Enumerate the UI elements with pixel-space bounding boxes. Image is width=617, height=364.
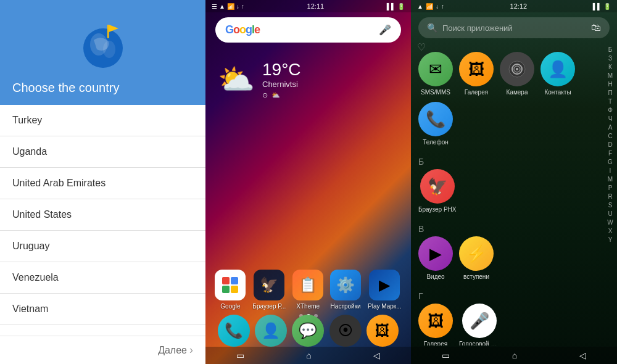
drawer-app-browser[interactable]: 🦅 Браузер PHX: [418, 169, 457, 213]
alpha-m[interactable]: М: [608, 72, 613, 80]
alpha-b[interactable]: Б: [608, 46, 613, 54]
alpha-s[interactable]: S: [608, 201, 613, 209]
alpha-t[interactable]: Т: [608, 97, 612, 105]
app-google[interactable]: Google: [215, 270, 246, 310]
dock-phone[interactable]: 📞: [218, 315, 250, 347]
home-apps-grid: Google 🦅 Браузер Р... 📋 XTheme ⚙️ Настро…: [205, 270, 411, 315]
drawer-app-phone[interactable]: 📞 Телефон: [418, 102, 453, 146]
country-item[interactable]: Yemen: [0, 325, 205, 336]
drawer-nav-square[interactable]: ▭: [442, 350, 450, 360]
country-item[interactable]: United Arab Emirates: [0, 168, 205, 199]
weather-temperature: 19°C: [262, 60, 301, 80]
drawer-row-b: 🦅 Браузер PHX: [418, 169, 603, 213]
microphone-icon[interactable]: 🎤: [379, 24, 391, 36]
alpha-z[interactable]: З: [608, 54, 612, 62]
gallery-label: Галерея: [465, 89, 488, 96]
alpha-a[interactable]: А: [608, 123, 613, 131]
google-logo: Google: [225, 23, 260, 36]
drawer-dl-icon: ↓: [436, 3, 439, 10]
dock-sms[interactable]: 💬: [292, 315, 324, 347]
alpha-n[interactable]: Н: [608, 80, 612, 88]
download-icon: ↓: [236, 3, 239, 10]
google-app-icon: [215, 270, 246, 300]
drawer-app-camera[interactable]: Камера: [500, 52, 534, 96]
country-item[interactable]: Uganda: [0, 136, 205, 168]
nav-back-btn[interactable]: ◁: [373, 350, 380, 360]
alpha-x[interactable]: X: [608, 227, 613, 235]
alpha-f2[interactable]: F: [608, 149, 612, 157]
drawer-search-bar[interactable]: 🔍 Поиск приложений 🛍: [418, 17, 610, 38]
nav-square-btn[interactable]: ▭: [236, 350, 244, 360]
alpha-f[interactable]: Ф: [608, 106, 613, 114]
alpha-r[interactable]: R: [608, 192, 612, 201]
drawer-row-v: ▶ Видео ⚡ вступени: [418, 236, 603, 280]
alpha-i[interactable]: I: [610, 167, 611, 175]
google-search-bar[interactable]: Google 🎤: [215, 17, 401, 43]
alpha-u[interactable]: U: [608, 210, 612, 218]
weather-extra-icon2: ⛅: [271, 91, 280, 99]
country-item[interactable]: Vietnam: [0, 294, 205, 325]
app-playstore[interactable]: ▶ Play Марк...: [368, 270, 402, 310]
phone-icon: 📞: [418, 102, 453, 136]
alpha-c[interactable]: С: [608, 132, 612, 140]
dock-camera[interactable]: ⦿: [329, 315, 362, 347]
country-list: TurkeyUgandaUnited Arab EmiratesUnited S…: [0, 105, 205, 336]
nav-home-btn[interactable]: ⌂: [306, 350, 311, 360]
alpha-p2[interactable]: P: [608, 184, 613, 192]
alpha-w[interactable]: W: [607, 218, 613, 226]
drawer-bag-icon[interactable]: 🛍: [591, 22, 601, 33]
phone-label: Телефон: [423, 139, 448, 146]
dock-gallery[interactable]: 🖼: [366, 315, 399, 347]
country-item[interactable]: Uruguay: [0, 231, 205, 262]
country-item[interactable]: Venezuela: [0, 262, 205, 294]
next-label: Далее: [158, 345, 187, 356]
drawer-app-contacts[interactable]: 👤 Контакты: [540, 52, 575, 96]
drawer-app-voice[interactable]: 🎤 Голосовой п...: [459, 304, 499, 345]
signal-icon: ▲: [219, 3, 225, 10]
app-browser[interactable]: 🦅 Браузер Р...: [252, 270, 286, 310]
settings-app-label: Настройки: [331, 303, 361, 310]
contacts-icon: 👤: [540, 52, 575, 86]
gallery2-icon: 🖼: [418, 304, 453, 338]
drawer-row-1: ✉ SMS/MMS 🖼 Галерея: [418, 52, 603, 96]
home-screen-panel: ☰ ▲ 📶 ↓ ↑ 12:11 ▌▌ 🔋 Google 🎤 ⛅ 19°C Che…: [205, 0, 411, 364]
video-icon: ▶: [418, 236, 453, 271]
playstore-app-label: Play Марк...: [368, 303, 402, 310]
alpha-g[interactable]: G: [608, 158, 613, 166]
playstore-app-icon: ▶: [369, 270, 400, 300]
status-time: 12:11: [307, 2, 325, 10]
notification-icon: ☰: [212, 3, 217, 10]
drawer-app-gallery2[interactable]: 🖼 Галерея: [418, 304, 453, 345]
xtheme-app-icon: 📋: [292, 270, 323, 300]
camera-icon: [500, 52, 534, 86]
upload-icon: ↑: [241, 3, 244, 10]
app-settings[interactable]: ⚙️ Настройки: [330, 270, 361, 310]
gallery-icon: 🖼: [459, 52, 494, 86]
app-xtheme[interactable]: 📋 XTheme: [292, 270, 323, 310]
section-b-label: Б: [418, 152, 603, 169]
country-item[interactable]: Turkey: [0, 105, 205, 136]
alpha-m2[interactable]: M: [608, 175, 613, 183]
camera-label: Камера: [507, 89, 528, 96]
alpha-p[interactable]: П: [608, 89, 612, 97]
drawer-ul-icon: ↑: [441, 3, 444, 10]
dock-contacts[interactable]: 👤: [255, 315, 287, 347]
drawer-content: ♡ ✉ SMS/MMS 🖼 Галерея: [411, 43, 617, 345]
drawer-nav-back[interactable]: ◁: [579, 350, 586, 360]
alpha-k[interactable]: К: [608, 63, 612, 71]
country-item[interactable]: United States: [0, 199, 205, 231]
drawer-app-sms[interactable]: ✉ SMS/MMS: [418, 52, 453, 96]
alpha-y[interactable]: Y: [608, 236, 613, 244]
alpha-d[interactable]: D: [608, 141, 612, 149]
next-button[interactable]: Далее ›: [158, 344, 193, 357]
settings-app-icon: ⚙️: [330, 270, 361, 300]
country-selection-panel: Choose the country TurkeyUgandaUnited Ar…: [0, 0, 205, 364]
drawer-row-g: 🖼 Галерея 🎤 Голосовой п...: [418, 304, 603, 345]
alpha-ch[interactable]: Ч: [608, 115, 613, 123]
drawer-nav-home[interactable]: ⌂: [512, 350, 517, 360]
drawer-app-gallery[interactable]: 🖼 Галерея: [459, 52, 494, 96]
country-footer: Далее ›: [0, 336, 205, 364]
drawer-app-vstupeni[interactable]: ⚡ вступени: [459, 236, 494, 280]
drawer-app-video[interactable]: ▶ Видео: [418, 236, 453, 280]
home-dock: 📞 👤 💬 ⦿ 🖼: [205, 315, 411, 347]
